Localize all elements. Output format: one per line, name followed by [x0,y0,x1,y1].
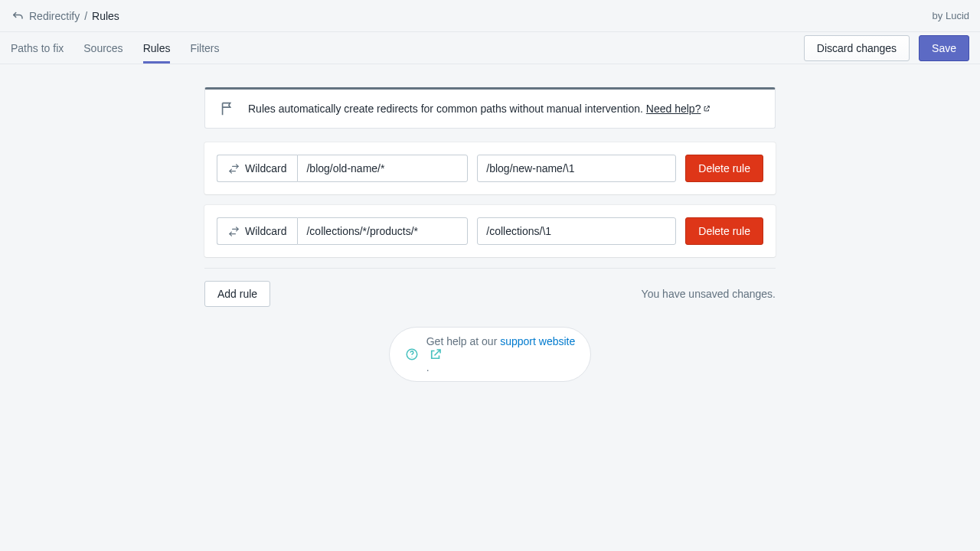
rule-type-label: Wildcard [245,162,286,174]
rule-type-selector[interactable]: Wildcard [217,155,297,182]
page-title: Rules [92,10,119,22]
target-input[interactable] [477,217,676,245]
svg-point-1 [411,357,412,357]
vendor-label: by Lucid [933,10,969,21]
app-header: Redirectify / Rules by Lucid [0,0,980,32]
question-circle-icon [405,347,419,361]
swap-icon [228,163,240,174]
tab-label: Sources [83,42,122,54]
tab-rules[interactable]: Rules [143,32,171,64]
pattern-input[interactable] [297,217,468,245]
help-text: Get help at our support website . [426,335,576,373]
redirect-app-icon [11,9,24,23]
tab-sources[interactable]: Sources [83,32,122,64]
tab-paths-to-fix[interactable]: Paths to fix [11,32,64,64]
rules-stack: Rules automatically create redirects for… [204,87,776,307]
header-actions: Discard changes Save [804,35,969,61]
swap-icon [228,226,240,237]
tab-label: Paths to fix [11,42,64,54]
help-prefix: Get help at our [426,335,501,347]
unsaved-changes-text: You have unsaved changes. [642,288,776,300]
delete-rule-button[interactable]: Delete rule [685,217,763,245]
pattern-group: Wildcard [217,217,468,245]
breadcrumb: Redirectify / Rules [11,9,119,23]
breadcrumb-app-name[interactable]: Redirectify [29,10,80,22]
target-input[interactable] [477,155,676,182]
add-rule-button[interactable]: Add rule [204,281,270,307]
banner-text: Rules automatically create redirects for… [248,103,710,115]
need-help-link[interactable]: Need help? [646,103,711,115]
banner-message: Rules automatically create redirects for… [248,103,646,115]
breadcrumb-separator: / [84,10,87,22]
support-link-label: support website [500,335,575,347]
flag-icon [219,100,236,117]
rule-card: Wildcard Delete rule [204,142,776,194]
content: Rules automatically create redirects for… [0,64,980,382]
discard-changes-button[interactable]: Discard changes [804,35,910,61]
rule-type-selector[interactable]: Wildcard [217,217,297,245]
footer-row: Add rule You have unsaved changes. [204,281,776,307]
rule-row: Wildcard Delete rule [217,217,763,245]
external-link-icon [429,347,443,361]
rule-type-label: Wildcard [245,225,286,237]
info-banner: Rules automatically create redirects for… [204,87,776,129]
save-button[interactable]: Save [919,35,969,61]
tab-filters[interactable]: Filters [190,32,219,64]
tab-label: Rules [143,42,171,54]
tabs: Paths to fix Sources Rules Filters [11,32,220,64]
tab-label: Filters [190,42,219,54]
rule-row: Wildcard Delete rule [217,155,763,182]
need-help-label: Need help? [646,103,701,115]
rule-card: Wildcard Delete rule [204,205,776,257]
pattern-group: Wildcard [217,155,468,182]
pattern-input[interactable] [297,155,468,182]
external-link-icon [703,105,710,112]
divider [204,268,776,269]
help-pill: Get help at our support website . [389,327,592,382]
delete-rule-button[interactable]: Delete rule [685,155,763,182]
sub-header: Paths to fix Sources Rules Filters Disca… [0,32,980,64]
help-suffix: . [426,361,430,373]
